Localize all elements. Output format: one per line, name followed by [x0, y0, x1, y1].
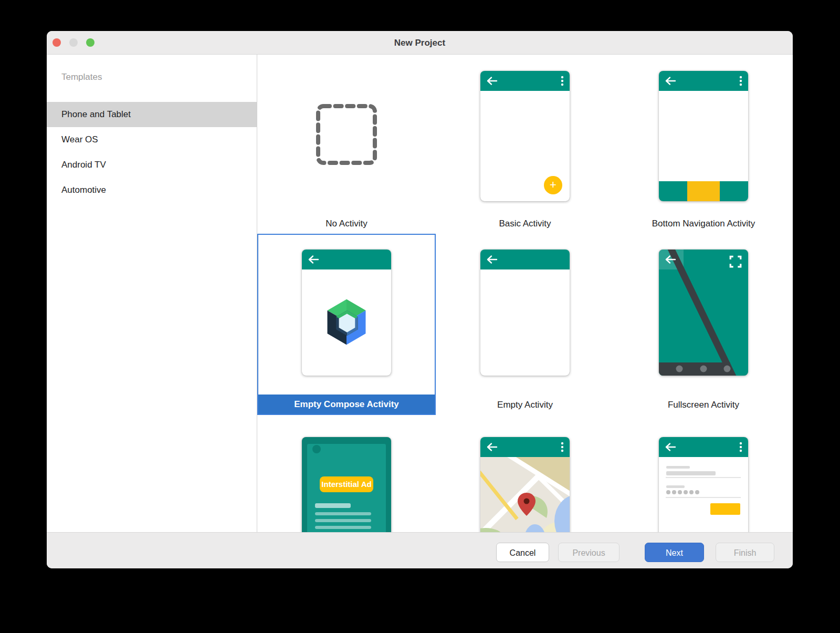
back-arrow-icon [486, 442, 499, 452]
phone-mockup [480, 437, 570, 532]
sidebar-item-automotive[interactable]: Automotive [47, 178, 257, 203]
template-label: Bottom Navigation Activity [614, 214, 793, 234]
phone-mockup: + [480, 71, 570, 201]
phone-mockup [302, 250, 391, 376]
window-title: New Project [47, 31, 793, 55]
fullscreen-icon [729, 255, 742, 268]
dialog-footer: Cancel Previous Next Finish [47, 532, 793, 568]
back-arrow-icon [308, 255, 320, 264]
new-project-dialog: New Project Templates Phone and Tablet W… [47, 31, 793, 568]
title-bar: New Project [47, 31, 793, 55]
sidebar-item-android-tv[interactable]: Android TV [47, 152, 257, 178]
fullscreen-art [659, 250, 748, 376]
template-label: Basic Activity [436, 214, 614, 234]
phone-mockup [480, 250, 570, 376]
sidebar-item-wear-os[interactable]: Wear OS [47, 127, 257, 152]
sidebar-header: Templates [47, 66, 257, 88]
back-arrow-icon [665, 255, 677, 264]
template-tile-maps-activity[interactable] [436, 415, 614, 532]
field-label-placeholder [666, 466, 690, 469]
back-arrow-icon [665, 76, 677, 86]
bottom-navigation-bar [659, 181, 748, 201]
phone-mockup [659, 437, 748, 532]
overflow-menu-icon [739, 442, 742, 452]
screenshot-root: New Project Templates Phone and Tablet W… [0, 0, 840, 633]
back-arrow-icon [665, 442, 677, 452]
dashed-placeholder-icon [315, 103, 378, 166]
template-tile-no-activity[interactable]: No Activity [257, 55, 436, 234]
template-tile-login-activity[interactable] [614, 415, 793, 532]
next-button[interactable]: Next [645, 543, 704, 562]
field-label-placeholder [666, 485, 685, 488]
templates-sidebar: Templates Phone and Tablet Wear OS Andro… [47, 55, 257, 532]
template-tile-bottom-navigation-activity[interactable]: Bottom Navigation Activity [614, 55, 793, 234]
template-tile-ads-activity[interactable]: Interstitial Ad [257, 415, 436, 532]
back-arrow-icon [486, 76, 499, 86]
overflow-menu-icon [739, 76, 742, 86]
interstitial-ad-badge: Interstitial Ad [320, 476, 373, 492]
field-underline [666, 477, 741, 478]
finish-button[interactable]: Finish [716, 543, 774, 562]
template-label: Fullscreen Activity [614, 395, 793, 415]
phone-mockup [659, 250, 748, 376]
template-tile-empty-activity[interactable]: Empty Activity [436, 234, 614, 415]
cancel-button[interactable]: Cancel [496, 543, 549, 562]
map-art [480, 457, 570, 532]
text-placeholder-line [315, 519, 371, 522]
password-dots [666, 490, 699, 494]
template-gallery: No Activity + Basic Activity [257, 55, 793, 532]
template-label: No Activity [257, 214, 436, 234]
field-underline [666, 497, 741, 498]
back-arrow-icon [486, 255, 499, 264]
template-label: Empty Compose Activity [258, 395, 435, 414]
template-tile-empty-compose-activity[interactable]: Empty Compose Activity [257, 234, 436, 415]
login-button-placeholder [710, 503, 740, 515]
template-label: Empty Activity [436, 395, 614, 415]
sidebar-item-phone-and-tablet[interactable]: Phone and Tablet [47, 102, 257, 127]
text-placeholder-line [315, 503, 351, 508]
previous-button[interactable]: Previous [558, 543, 620, 562]
overflow-menu-icon [561, 76, 564, 86]
text-placeholder-line [315, 526, 371, 529]
field-value-placeholder [666, 471, 716, 475]
overflow-menu-icon [561, 442, 564, 452]
template-tile-basic-activity[interactable]: + Basic Activity [436, 55, 614, 234]
jetpack-compose-logo [321, 297, 372, 347]
fab-plus-icon: + [544, 176, 562, 194]
phone-mockup [659, 71, 748, 201]
login-form-mockup [659, 457, 748, 532]
phone-mockup: Interstitial Ad [302, 437, 391, 532]
camera-dot-icon [312, 445, 321, 453]
text-placeholder-line [315, 512, 371, 515]
template-tile-fullscreen-activity[interactable]: Fullscreen Activity [614, 234, 793, 415]
